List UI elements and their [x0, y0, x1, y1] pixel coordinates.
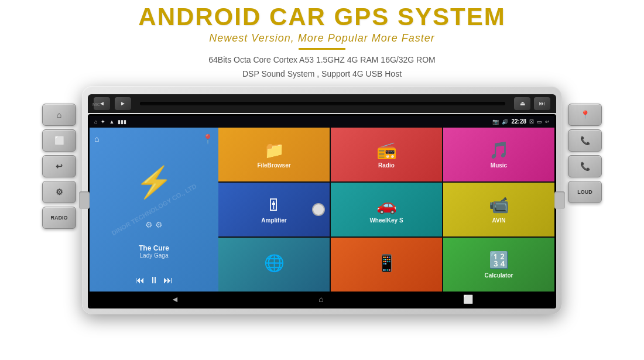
- return-icon: ↩: [56, 162, 63, 171]
- device-outer: MIC ◄ ► ⏏ ⏭: [82, 86, 562, 314]
- side-btn-call[interactable]: 📞: [568, 129, 602, 152]
- side-btn-nav[interactable]: 📍: [568, 104, 602, 126]
- side-buttons-right: 📍 📞 📞 LOUD: [568, 104, 602, 203]
- music-panel: DINOR TECHNOLOGY CO., LTD ⌂ 📍 ⚡ ⚙ ⚙ The …: [90, 128, 218, 292]
- play-button[interactable]: ⏸: [149, 275, 159, 286]
- wheelkey-icon: 🚗: [376, 196, 397, 215]
- android-screen: ⌂ ✦ ▲ ▮▮▮ 📷 🔊 22:28 ☒ ▭ ↩: [90, 116, 554, 307]
- tune-control-icon: ⚙ ⚙: [145, 220, 163, 229]
- radio-icon: 📻: [376, 140, 397, 160]
- mic-label: MIC: [93, 102, 100, 107]
- spec-line2: DSP Sound System , Support 4G USB Host: [242, 69, 402, 78]
- music-label: Music: [491, 162, 507, 169]
- volume-icon: 🔊: [502, 119, 508, 125]
- music-controls[interactable]: ⏮ ⏸ ⏭: [135, 275, 173, 286]
- amplifier-knob: [312, 203, 325, 216]
- page-title: ANDROID CAR GPS SYSTEM: [0, 4, 644, 30]
- screen-frame: ⌂ ✦ ▲ ▮▮▮ 📷 🔊 22:28 ☒ ▭ ↩: [88, 114, 556, 308]
- bluetooth-logo: ⚡: [135, 164, 173, 200]
- spec-line1: 64Bits Octa Core Cortex A53 1.5GHZ 4G RA…: [208, 55, 435, 64]
- amplifier-label: Amplifier: [261, 217, 286, 224]
- eject-icon: ⏏: [520, 100, 525, 107]
- status-bar: ⌂ ✦ ▲ ▮▮▮ 📷 🔊 22:28 ☒ ▭ ↩: [90, 116, 554, 128]
- music-track: The Cure Lady Gaga: [139, 244, 169, 259]
- calculator-icon: 🔢: [489, 251, 509, 270]
- camera-icon: 📷: [492, 119, 499, 125]
- tile-amplifier[interactable]: 🎚 Amplifier: [218, 183, 330, 236]
- tile-extra2[interactable]: 📱: [331, 238, 442, 292]
- signal-icon: ▮▮▮: [118, 119, 126, 125]
- transport-right: ⏏ ⏭: [514, 97, 550, 110]
- nav-home-icon: ⌂: [94, 134, 99, 143]
- tile-calculator[interactable]: 🔢 Calculator: [443, 238, 554, 292]
- fastforward-button[interactable]: ⏭: [163, 275, 173, 286]
- back-icon: ⬜: [54, 136, 64, 145]
- avin-label: AVIN: [492, 217, 505, 224]
- bluetooth-status-icon: ✦: [101, 119, 105, 125]
- nav-home-button[interactable]: ⌂: [318, 294, 323, 304]
- radio-label: RADIO: [51, 215, 68, 221]
- tile-wheelkey[interactable]: 🚗 WheelKey S: [331, 183, 442, 236]
- file-browser-label: FileBrowser: [257, 162, 290, 169]
- extra1-icon: 🌐: [264, 253, 285, 273]
- radio-label-tile: Radio: [378, 162, 395, 169]
- bluetooth-icon: ⚡: [135, 164, 173, 200]
- side-btn-hangup[interactable]: 📞: [568, 155, 602, 177]
- next-icon: ►: [120, 100, 126, 107]
- call-icon: 📞: [580, 136, 590, 145]
- side-btn-home[interactable]: ⌂: [42, 104, 76, 126]
- tile-file-browser[interactable]: 📁 FileBrowser: [218, 128, 330, 181]
- bracket-right: [554, 191, 565, 209]
- header-section: ANDROID CAR GPS SYSTEM Newest Version, M…: [0, 0, 644, 81]
- side-btn-loud[interactable]: LOUD: [568, 181, 602, 203]
- tile-radio[interactable]: 📻 Radio: [331, 128, 442, 181]
- loud-label: LOUD: [577, 189, 592, 195]
- device-area: ⌂ ⬜ ↩ ⚙ RADIO 📍 📞 📞: [82, 86, 562, 314]
- close-icon: ☒: [529, 119, 534, 125]
- eject-button[interactable]: ⏏: [514, 97, 530, 110]
- skip-button[interactable]: ⏭: [534, 97, 550, 110]
- music-header: ⌂ 📍: [94, 133, 214, 145]
- status-left: ⌂ ✦ ▲ ▮▮▮: [94, 119, 126, 125]
- bracket-left: [79, 191, 90, 209]
- skip-icon: ⏭: [539, 100, 545, 107]
- spec-text: 64Bits Octa Core Cortex A53 1.5GHZ 4G RA…: [0, 53, 644, 81]
- next-button[interactable]: ►: [115, 97, 131, 110]
- side-btn-radio[interactable]: RADIO: [42, 207, 76, 229]
- rewind-button[interactable]: ⏮: [135, 275, 145, 286]
- nav-recent-button[interactable]: ⬜: [463, 294, 473, 304]
- wifi-status-icon: ▲: [109, 119, 114, 125]
- subtitle: Newest Version, More Popular More Faster: [0, 32, 644, 44]
- side-btn-back[interactable]: ⬜: [42, 129, 76, 152]
- file-browser-icon: 📁: [264, 140, 285, 160]
- page-wrapper: ANDROID CAR GPS SYSTEM Newest Version, M…: [0, 0, 644, 360]
- status-right: 📷 🔊 22:28 ☒ ▭ ↩: [492, 118, 550, 125]
- gold-divider: [299, 48, 345, 50]
- amplifier-icon: 🎚: [266, 196, 282, 215]
- window-icon: ▭: [537, 119, 542, 125]
- side-btn-tune[interactable]: ⚙: [42, 181, 76, 203]
- side-btn-return[interactable]: ↩: [42, 155, 76, 177]
- avin-icon: 📹: [489, 196, 509, 215]
- artist-name: Lady Gaga: [139, 252, 169, 259]
- location-icon: 📍: [202, 133, 214, 145]
- home-status-icon: ⌂: [94, 119, 97, 125]
- nav-icon: 📍: [580, 110, 590, 119]
- cd-slot: [140, 102, 505, 105]
- extra2-icon: 📱: [376, 253, 397, 273]
- back-nav-icon: ↩: [545, 119, 550, 125]
- calculator-label: Calculator: [485, 272, 513, 279]
- wheelkey-label: WheelKey S: [369, 217, 403, 224]
- side-buttons-left: ⌂ ⬜ ↩ ⚙ RADIO: [42, 104, 76, 229]
- track-name: The Cure: [139, 244, 169, 252]
- nav-bar: ◄ ⌂ ⬜: [90, 292, 554, 307]
- hangup-icon: 📞: [580, 162, 590, 171]
- app-area: DINOR TECHNOLOGY CO., LTD ⌂ 📍 ⚡ ⚙ ⚙ The …: [90, 128, 554, 292]
- music-icon: 🎵: [489, 140, 509, 160]
- tile-extra1[interactable]: 🌐: [218, 238, 330, 292]
- tile-music[interactable]: 🎵 Music: [443, 128, 554, 181]
- home-icon: ⌂: [57, 110, 61, 119]
- tile-avin[interactable]: 📹 AVIN: [443, 183, 554, 236]
- tune-icon: ⚙: [56, 187, 63, 197]
- nav-back-button[interactable]: ◄: [171, 294, 179, 304]
